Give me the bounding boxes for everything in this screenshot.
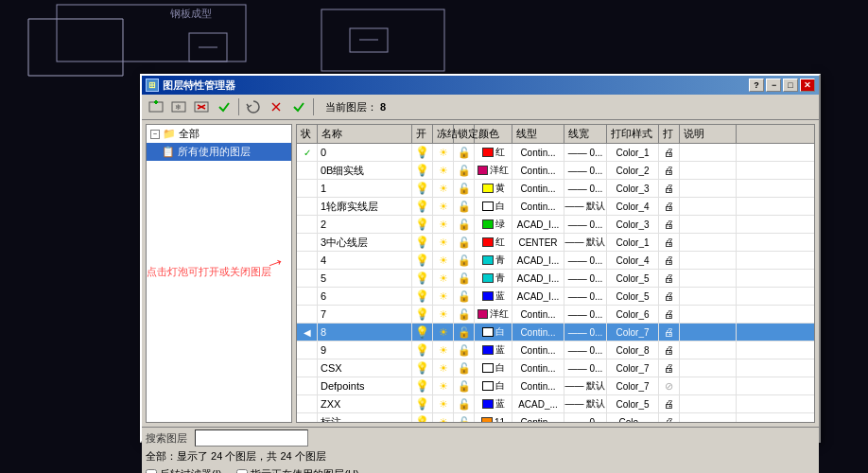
layer-lock-2[interactable]: 🔓 [454,216,475,233]
cancel-button[interactable] [266,97,286,116]
layer-freeze-zxx[interactable]: ☀ [433,395,454,412]
layer-on-1[interactable]: 💡 [412,180,433,197]
layer-color-bz[interactable]: 11 [475,413,512,422]
layer-name-9[interactable]: 9 [318,342,412,359]
col-header-desc[interactable]: 说明 [680,125,737,143]
layer-color-6[interactable]: 蓝 [475,288,512,305]
help-button[interactable]: ? [749,79,764,92]
layer-name-7[interactable]: 7 [318,306,412,323]
layer-freeze-7[interactable]: ☀ [433,306,454,323]
layer-printable-8[interactable]: 🖨 [659,324,680,341]
layer-lock-5[interactable]: 🔓 [454,270,475,287]
layer-printable-4[interactable]: 🖨 [659,252,680,269]
col-header-print[interactable]: 打印样式 [607,125,659,143]
layer-printable-zxx[interactable]: 🖨 [659,395,680,412]
layer-printable-csx[interactable]: 🖨 [659,359,680,377]
layer-color-0[interactable]: 红 [475,144,512,161]
show-used-label[interactable]: 指示正在使用的图层(U) [236,467,358,473]
delete-layer-button[interactable] [191,97,212,116]
layer-printable-def[interactable]: ⊘ [659,377,680,394]
layer-color-7[interactable]: 洋红 [475,306,512,323]
layer-linetype-zxx[interactable]: ACAD_... [512,395,564,412]
layer-freeze-5[interactable]: ☀ [433,270,454,287]
layer-on-0b[interactable]: 💡 [412,162,433,179]
layer-freeze-8[interactable]: ☀ [433,324,454,341]
layer-name-3[interactable]: 3中心线层 [318,234,412,251]
layer-printable-0b[interactable]: 🖨 [659,162,680,179]
layer-printable-2[interactable]: 🖨 [659,216,680,233]
layer-color-zxx[interactable]: 蓝 [475,395,512,412]
layer-freeze-1lk[interactable]: ☀ [433,198,454,215]
layer-row[interactable]: 9 💡 ☀ 🔓 蓝 Contin... —— 0... Color_8 🖨 [297,342,814,359]
tree-item-all[interactable]: － 📁 全部 [147,125,291,143]
layer-linetype-9[interactable]: Contin... [512,342,564,359]
layer-on-6[interactable]: 💡 [412,288,433,305]
layer-name-1[interactable]: 1 [318,180,412,197]
layer-linetype-csx[interactable]: Contin... [512,359,564,377]
layer-freeze-2[interactable]: ☀ [433,216,454,233]
layer-lock-8[interactable]: 🔓 [454,324,475,341]
layer-freeze-bz[interactable]: ☀ [433,413,454,422]
layer-name-def[interactable]: Defpoints [318,377,412,394]
col-header-name[interactable]: 名称 [318,125,412,143]
layer-row[interactable]: ✓ 0 💡 ☀ 🔓 红 Contin... —— 0... Color_1 🖨 [297,144,814,162]
layer-on-def[interactable]: 💡 [412,377,433,394]
layer-lock-9[interactable]: 🔓 [454,342,475,359]
layer-name-bz[interactable]: 标注 [318,413,412,422]
layer-on-7[interactable]: 💡 [412,306,433,323]
layer-name-4[interactable]: 4 [318,252,412,269]
layer-row[interactable]: 0B细实线 💡 ☀ 🔓 洋红 Contin... —— 0... Color_2… [297,162,814,180]
layer-linetype-bz[interactable]: Contin... [512,413,564,422]
invert-filter-label[interactable]: 反转过滤器(I) [146,467,221,473]
close-button[interactable]: ✕ [800,79,815,92]
layer-on-4[interactable]: 💡 [412,252,433,269]
layer-row[interactable]: CSX 💡 ☀ 🔓 白 Contin... —— 0... Color_7 🖨 [297,359,814,377]
layer-row[interactable]: 4 💡 ☀ 🔓 青 ACAD_I... —— 0... Color_4 🖨 [297,252,814,270]
layer-lock-zxx[interactable]: 🔓 [454,395,475,412]
layer-color-4[interactable]: 青 [475,252,512,269]
layer-on-zxx[interactable]: 💡 [412,395,433,412]
layer-row[interactable]: 2 💡 ☀ 🔓 绿 ACAD_I... —— 0... Color_3 🖨 [297,216,814,234]
layer-name-zxx[interactable]: ZXX [318,395,412,412]
layer-linetype-5[interactable]: ACAD_I... [512,270,564,287]
layer-color-def[interactable]: 白 [475,377,512,394]
layer-freeze-def[interactable]: ☀ [433,377,454,394]
layer-row[interactable]: 5 💡 ☀ 🔓 青 ACAD_I... —— 0... Color_5 🖨 [297,270,814,288]
layer-on-bz[interactable]: 💡 [412,413,433,422]
layer-linetype-4[interactable]: ACAD_I... [512,252,564,269]
layer-name-1lk[interactable]: 1轮廓实线层 [318,198,412,215]
layer-lock-1[interactable]: 🔓 [454,180,475,197]
new-layer-button[interactable] [146,97,166,116]
layer-lock-csx[interactable]: 🔓 [454,359,475,377]
layer-printable-0[interactable]: 🖨 [659,144,680,161]
layer-row[interactable]: 6 💡 ☀ 🔓 蓝 ACAD_I... —— 0... Color_5 🖨 [297,288,814,306]
layer-lock-0[interactable]: 🔓 [454,144,475,161]
layer-on-csx[interactable]: 💡 [412,359,433,377]
tree-item-used[interactable]: 📋 所有使用的图层 [147,143,291,161]
layer-linetype-2[interactable]: ACAD_I... [512,216,564,233]
layer-freeze-0b[interactable]: ☀ [433,162,454,179]
invert-filter-checkbox[interactable] [146,469,157,474]
layer-freeze-1[interactable]: ☀ [433,180,454,197]
layer-color-1lk[interactable]: 白 [475,198,512,215]
maximize-button[interactable]: □ [783,79,798,92]
layer-on-5[interactable]: 💡 [412,270,433,287]
layer-linetype-1lk[interactable]: Contin... [512,198,564,215]
layer-color-5[interactable]: 青 [475,270,512,287]
confirm-button[interactable] [288,97,309,116]
layer-on-9[interactable]: 💡 [412,342,433,359]
layer-printable-7[interactable]: 🖨 [659,306,680,323]
new-layer-frozen-button[interactable]: ❄ [168,97,189,116]
layer-printable-1[interactable]: 🖨 [659,180,680,197]
layer-color-2[interactable]: 绿 [475,216,512,233]
layer-row[interactable]: 标注 💡 ☀ 🔓 11 Contin... —— 0... Colo... 🖨 [297,413,814,422]
minimize-button[interactable]: － [766,79,781,92]
layer-printable-1lk[interactable]: 🖨 [659,198,680,215]
layer-printable-3[interactable]: 🖨 [659,234,680,251]
layer-linetype-0[interactable]: Contin... [512,144,564,161]
layer-on-0[interactable]: 💡 [412,144,433,161]
layer-on-1lk[interactable]: 💡 [412,198,433,215]
layer-lock-1lk[interactable]: 🔓 [454,198,475,215]
layer-name-2[interactable]: 2 [318,216,412,233]
col-header-lock[interactable]: 锁定 [454,125,475,143]
